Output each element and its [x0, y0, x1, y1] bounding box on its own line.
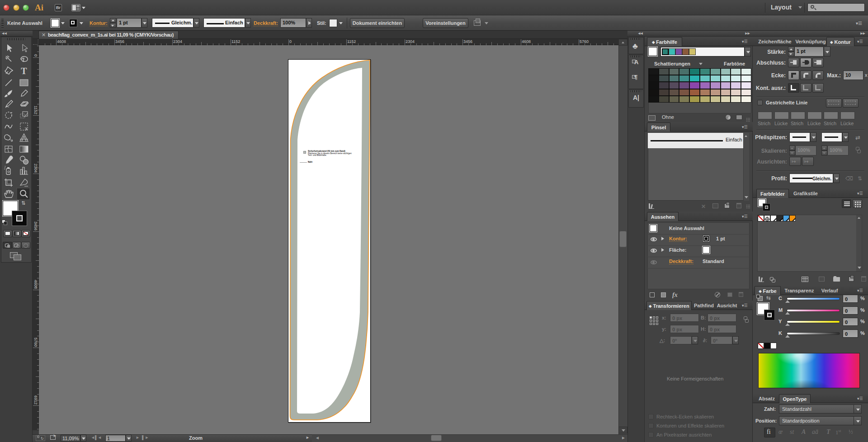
- svg-text:T: T: [21, 66, 27, 76]
